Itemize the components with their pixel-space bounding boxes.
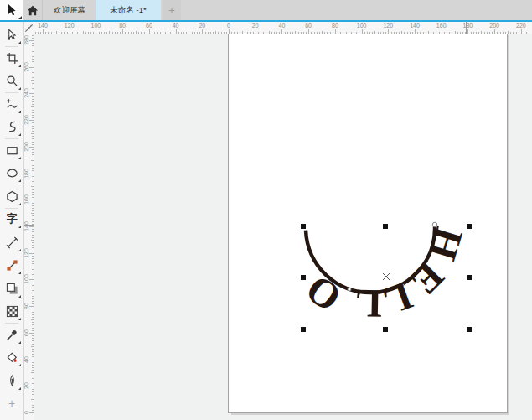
home-button[interactable] [23,0,42,20]
eyedropper-icon [6,329,18,341]
selection-handle[interactable] [301,275,306,280]
ruler-label: 220 [511,23,531,29]
polygon-tool[interactable] [1,185,23,207]
toolbox: 字+ [0,22,24,420]
pick-tool[interactable] [0,0,23,21]
zoom-tool[interactable] [1,70,23,91]
document-tab-bar: 欢迎屏幕 未命名 -1* + [0,0,532,22]
flyout-indicator-icon [18,87,21,90]
tab-untitled-document[interactable]: 未命名 -1* [96,0,161,20]
flyout-indicator-icon [18,387,21,390]
artwork-letter[interactable]: L [355,283,383,324]
freehand-icon [6,98,18,111]
ruler-label: 80 [112,23,132,29]
rectangle-icon [6,144,18,157]
flyout-indicator-icon [18,226,21,228]
app-window: 欢迎屏幕 未命名 -1* + 1401201008060402002040608… [0,0,532,420]
ellipse-tool[interactable] [1,162,23,184]
flyout-indicator-icon [18,41,21,44]
ruler-label: 20 [23,376,34,396]
zoom-icon [6,75,18,87]
selection-handle[interactable] [467,327,472,332]
tab-welcome-screen[interactable]: 欢迎屏幕 [42,0,96,20]
ruler-corner-icon [24,23,34,33]
toolbox-separator [5,138,18,139]
flyout-indicator-icon [18,111,21,113]
home-icon [27,5,39,16]
flyout-indicator-icon [18,179,21,182]
ruler-label: 0 [219,23,239,29]
ruler-label: 140 [405,23,425,29]
selection-handle[interactable] [383,327,388,332]
add-tool-icon: + [8,397,15,410]
tab-untitled-label: 未命名 -1* [110,5,146,16]
toolbox-separator [5,323,18,324]
selection-handle[interactable] [467,224,472,229]
ruler-label: 220 [23,110,34,130]
flyout-indicator-icon [18,249,21,251]
ellipse-icon [6,167,18,179]
freehand-tool[interactable] [1,93,23,115]
ruler-label: 260 [23,57,34,77]
ruler-label: 120 [23,243,34,263]
horizontal-ruler[interactable]: 1401201008060402002040608010012014016018… [34,22,532,34]
ruler-label: 100 [85,23,106,29]
ruler-label: 240 [23,83,34,103]
add-tool-tool[interactable]: + [1,392,23,414]
pen-tool[interactable] [1,370,23,391]
text-tool[interactable]: 字 [1,208,23,230]
ruler-label: 100 [23,269,34,289]
flyout-indicator-icon [18,295,21,298]
connector-icon [6,259,18,272]
ruler-label: 280 [23,34,34,50]
tab-welcome-label: 欢迎屏幕 [54,5,85,16]
new-document-tab-button[interactable]: + [163,0,181,20]
selection-handle[interactable] [467,275,472,280]
dimension-tool[interactable] [1,231,23,253]
ruler-label: 60 [139,23,159,29]
ruler-label: 200 [23,137,34,157]
flyout-indicator-icon [18,364,21,366]
selection-handle[interactable] [301,224,306,229]
selection-handle[interactable] [301,327,306,332]
ruler-label: 180 [457,23,478,29]
ruler-label: 200 [484,23,504,29]
flyout-indicator-icon [18,133,21,136]
transparency-tool[interactable] [1,300,23,322]
smart-fill-icon [6,351,18,364]
eyedropper-tool[interactable] [1,324,23,345]
connector-tool[interactable] [1,254,23,276]
flyout-indicator-icon [18,65,21,67]
selection-handle[interactable] [383,224,388,229]
rectangle-tool[interactable] [1,139,23,161]
character-node[interactable] [348,288,351,291]
ruler-label: 160 [431,23,452,29]
curve-tool[interactable] [1,116,23,137]
toolbox-separator [5,208,18,209]
drop-shadow-tool[interactable] [1,277,23,299]
ruler-label: 140 [34,23,53,29]
ruler-label: 160 [23,189,34,210]
drawing-canvas[interactable]: HELLO [34,34,532,420]
ruler-label: 100 [352,23,372,29]
ruler-label: 120 [378,23,398,29]
drop-shadow-icon [6,283,18,295]
flyout-indicator-icon [18,16,22,19]
pick-arrow-icon [5,3,18,17]
ruler-label: 60 [298,23,318,29]
text-tool-icon: 字 [7,211,18,226]
flyout-indicator-icon [18,203,21,205]
crop-tool[interactable] [1,47,23,69]
flyout-indicator-icon [18,318,21,320]
ruler-label: 0 [23,402,34,420]
ruler-label: 60 [23,323,34,343]
flyout-indicator-icon [18,157,21,159]
toolbox-separator [5,46,18,47]
shape-icon [6,29,18,41]
ruler-origin-corner[interactable] [23,22,34,34]
smart-fill-tool[interactable] [1,346,23,368]
ruler-label: 120 [59,23,80,29]
polygon-icon [6,190,18,203]
crop-icon [6,52,18,65]
shape-tool[interactable] [1,23,23,45]
